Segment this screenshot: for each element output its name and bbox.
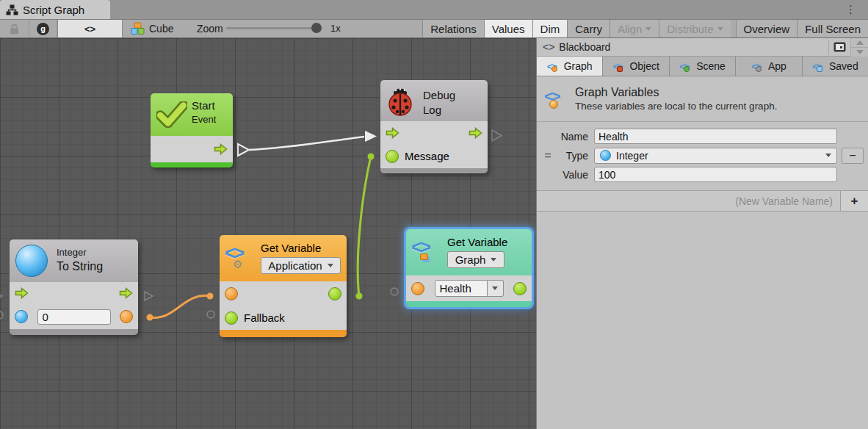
- code-glyph: <>: [543, 41, 554, 53]
- flow-in-arrow: [365, 131, 377, 142]
- phantom-flow-marker: [492, 130, 502, 141]
- flow-input-port[interactable]: [15, 287, 29, 299]
- dim-button[interactable]: Dim: [532, 20, 568, 37]
- tab-graph[interactable]: <> Graph: [537, 57, 603, 76]
- spin-up-button[interactable]: [851, 38, 868, 47]
- integer-input-port[interactable]: [15, 310, 28, 323]
- variable-value-input[interactable]: [594, 167, 837, 182]
- flow-output-port[interactable]: [214, 143, 228, 155]
- zoom-slider[interactable]: [226, 22, 322, 34]
- triangle-up-icon: [856, 40, 864, 45]
- chevron-down-icon: [491, 258, 496, 262]
- node-get-variable-application[interactable]: <> ⚙ Get Variable Application Fallback: [220, 235, 347, 337]
- zoom-value: 1x: [330, 23, 341, 34]
- distribute-button[interactable]: Distribute: [659, 20, 730, 37]
- variable-name-field[interactable]: Health: [435, 280, 488, 297]
- chevron-down-icon: [717, 27, 723, 31]
- new-variable-name-input[interactable]: (New Variable Name): [537, 191, 840, 211]
- name-input-port[interactable]: [411, 282, 424, 295]
- node-subtitle: To String: [57, 259, 103, 274]
- drag-handle[interactable]: =: [537, 149, 559, 162]
- fallback-input-port[interactable]: [225, 311, 238, 325]
- ladybug-icon: [386, 87, 414, 118]
- node-title: Start: [192, 98, 216, 113]
- value-output-port[interactable]: [328, 287, 341, 300]
- name-input-port[interactable]: [225, 287, 238, 300]
- tab-object[interactable]: <> Object: [603, 57, 669, 76]
- flow-output-port[interactable]: [119, 287, 133, 299]
- node-start-event[interactable]: Start Event: [151, 93, 233, 167]
- variable-type-dropdown[interactable]: Integer: [594, 148, 837, 164]
- blackboard-panel: <> Blackboard <> Graph <> Object <> Scen…: [536, 38, 868, 429]
- wire-endpoint: [356, 293, 363, 300]
- graph-canvas[interactable]: Start Event Deb: [0, 38, 536, 429]
- spin-down-button[interactable]: [851, 47, 868, 57]
- variable-scope-tabs: <> Graph <> Object <> Scene <> App <> Sa…: [537, 57, 868, 76]
- add-variable-button[interactable]: +: [840, 191, 868, 211]
- overview-button[interactable]: Overview: [736, 20, 798, 37]
- variable-dropdown-button[interactable]: [488, 280, 504, 297]
- tab-script-graph[interactable]: Script Graph: [0, 0, 110, 19]
- node-debug-log[interactable]: Debug Log Message: [380, 80, 488, 173]
- blackboard-header: <> Blackboard: [537, 38, 868, 57]
- tab-app[interactable]: <> App: [736, 57, 802, 76]
- cube-icon: [130, 22, 145, 35]
- chevron-down-icon: [328, 264, 333, 267]
- wire-endpoint: [368, 154, 375, 160]
- integer-value-input[interactable]: [37, 309, 111, 325]
- string-output-port[interactable]: [120, 310, 133, 323]
- remove-variable-button[interactable]: −: [842, 148, 864, 164]
- tab-scene[interactable]: <> Scene: [670, 57, 736, 76]
- variable-name-input[interactable]: [594, 129, 837, 144]
- node-subtitle: Log: [423, 103, 455, 118]
- object-variables-icon: <>: [612, 60, 626, 72]
- phantom-flow-marker: [145, 292, 153, 300]
- node-get-variable-graph[interactable]: <> Get Variable Graph Health: [406, 229, 532, 307]
- variable-type-row: = Type Integer −: [537, 147, 868, 164]
- code-view-toggle[interactable]: <>: [57, 20, 123, 37]
- flow-wire: [249, 137, 364, 150]
- checkmark-icon: [156, 101, 187, 128]
- panel-dock-button[interactable]: [828, 40, 850, 55]
- zoom-slider-handle[interactable]: [311, 23, 322, 33]
- full-screen-button[interactable]: Full Screen: [797, 20, 868, 37]
- flow-output-port[interactable]: [469, 127, 482, 139]
- zoom-label: Zoom: [197, 23, 223, 35]
- flow-out-marker: [238, 144, 249, 156]
- application-scope-badge-icon: ⚙: [233, 258, 242, 271]
- message-input-port[interactable]: [386, 150, 399, 163]
- target-name: Cube: [149, 23, 173, 35]
- integer-type-icon: [600, 150, 611, 161]
- node-title: Get Variable: [261, 242, 321, 254]
- node-integer-to-string[interactable]: Integer To String: [10, 239, 138, 335]
- node-title: Get Variable: [447, 236, 507, 248]
- lock-icon: [10, 24, 19, 35]
- port-label: Message: [405, 149, 449, 164]
- get-variable-icon: <> ⚙: [225, 242, 254, 271]
- tab-saved[interactable]: <> Saved: [803, 57, 868, 76]
- section-title: Graph Variables: [575, 84, 777, 100]
- graph-badge-icon: g: [37, 23, 49, 35]
- graph-variables-icon: <>: [547, 60, 560, 72]
- tab-title: Script Graph: [23, 4, 84, 16]
- lock-button[interactable]: [0, 20, 29, 37]
- flow-input-port[interactable]: [386, 127, 399, 139]
- align-button[interactable]: Align: [610, 20, 659, 37]
- graph-badge-button[interactable]: g: [29, 20, 57, 37]
- value-output-port[interactable]: [513, 282, 527, 295]
- variable-combo[interactable]: Health: [435, 280, 504, 297]
- chevron-down-icon: [825, 154, 831, 157]
- scope-dropdown[interactable]: Application: [261, 257, 341, 274]
- relations-button[interactable]: Relations: [422, 20, 484, 37]
- name-label: Name: [559, 131, 594, 143]
- wire-endpoint: [147, 314, 153, 321]
- scope-dropdown[interactable]: Graph: [447, 251, 504, 268]
- carry-button[interactable]: Carry: [567, 20, 610, 37]
- value-wire-orange: [150, 295, 210, 317]
- variable-editor: Name = Type Integer − Value: [537, 122, 868, 191]
- overflow-menu-icon[interactable]: ⋮: [845, 1, 856, 18]
- graph-variables-icon: <>: [544, 87, 566, 111]
- phantom-flow-marker: [0, 292, 2, 300]
- variable-name-row: Name: [537, 128, 868, 145]
- values-button[interactable]: Values: [484, 20, 532, 37]
